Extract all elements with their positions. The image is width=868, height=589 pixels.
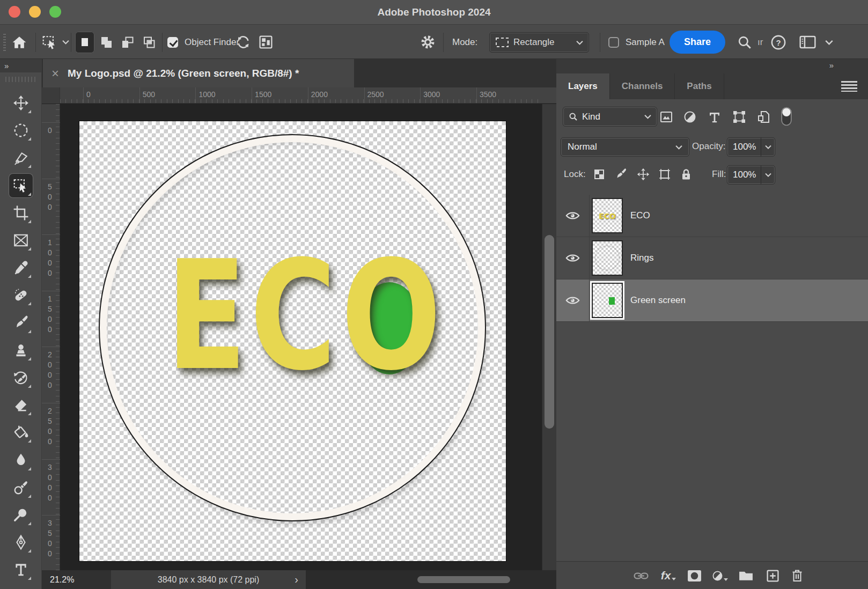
vertical-ruler[interactable]: 0500100015002000250030003500: [42, 104, 60, 570]
lock-pixels-icon[interactable]: [614, 168, 628, 181]
new-selection-button[interactable]: [75, 32, 94, 53]
tool-preset-chevron-icon[interactable]: [62, 40, 69, 45]
options-overflow-chevron-icon[interactable]: [825, 25, 833, 59]
layer-visibility-eye-icon[interactable]: [556, 279, 590, 321]
layer-row[interactable]: ECOECO: [556, 195, 868, 237]
horizontal-scrollbar-thumb[interactable]: [417, 576, 510, 583]
layer-styles-fx-icon[interactable]: fx: [660, 568, 676, 583]
layer-thumbnail[interactable]: [592, 240, 623, 276]
layer-name[interactable]: Green screen: [630, 295, 686, 306]
eraser-tool[interactable]: [9, 393, 33, 417]
fill-field[interactable]: 100%: [727, 165, 775, 185]
layer-visibility-eye-icon[interactable]: [556, 237, 590, 279]
tab-channels[interactable]: Channels: [610, 73, 675, 99]
elliptical-marquee-tool[interactable]: [9, 119, 33, 142]
zoom-level-field[interactable]: 21.2%: [42, 570, 111, 589]
canvas-page[interactable]: ECO: [79, 121, 506, 561]
new-group-icon[interactable]: [738, 568, 754, 583]
document-tab[interactable]: × My Logo.psd @ 21.2% (Green screen, RGB…: [43, 59, 354, 87]
filter-adjustment-layers-icon[interactable]: [683, 110, 697, 124]
link-layers-icon[interactable]: [633, 568, 649, 583]
layer-row[interactable]: Rings: [556, 237, 868, 279]
new-layer-icon[interactable]: [764, 568, 781, 583]
filter-shape-layers-icon[interactable]: [732, 110, 746, 124]
healing-brush-tool[interactable]: [9, 283, 33, 307]
panel-menu-icon[interactable]: [841, 81, 857, 92]
tool-panel: »: [0, 59, 42, 589]
eyedropper-tool[interactable]: [9, 256, 33, 279]
blend-row: Normal Opacity: 100%: [556, 134, 868, 160]
rectangle-mode-icon: [495, 37, 509, 48]
tool-panel-collapse[interactable]: »: [0, 59, 42, 72]
workspace-switcher-icon[interactable]: [799, 25, 816, 59]
vertical-scrollbar-thumb[interactable]: [545, 235, 554, 429]
clone-stamp-tool[interactable]: [9, 338, 33, 362]
filter-pixel-layers-icon[interactable]: [659, 110, 673, 124]
filter-type-layers-icon[interactable]: [708, 110, 722, 124]
status-chevron-icon[interactable]: ›: [295, 570, 298, 589]
subtract-from-selection-button[interactable]: [118, 32, 137, 53]
filter-kind-select[interactable]: Kind: [563, 107, 657, 127]
ruler-origin-corner[interactable]: [42, 87, 60, 104]
horizontal-scrollbar[interactable]: [306, 570, 556, 589]
brush-tool[interactable]: [9, 311, 33, 335]
intersect-selection-button[interactable]: [139, 32, 159, 53]
dock-collapse[interactable]: »: [829, 61, 833, 70]
h-ruler-label: 3000: [423, 90, 440, 99]
layer-thumbnail[interactable]: [592, 283, 623, 318]
layer-name[interactable]: Rings: [630, 253, 653, 263]
layer-visibility-eye-icon[interactable]: [556, 195, 590, 237]
filter-smart-objects-icon[interactable]: [757, 110, 771, 124]
frame-tool[interactable]: [9, 229, 33, 252]
pen-tool[interactable]: [9, 531, 33, 554]
lock-all-icon[interactable]: [680, 168, 693, 181]
filter-toggle-switch[interactable]: [781, 106, 792, 127]
mode-value: Rectangle: [513, 37, 572, 48]
panel-tabs: Layers Channels Paths: [556, 73, 868, 99]
logo-letter: E: [166, 240, 247, 391]
options-bar-drag-handle[interactable]: [3, 34, 6, 51]
burn-tool[interactable]: [9, 503, 33, 527]
tab-layers[interactable]: Layers: [556, 73, 610, 99]
add-to-selection-button[interactable]: [97, 32, 116, 53]
share-button[interactable]: Share: [670, 31, 725, 54]
blur-tool[interactable]: [9, 448, 33, 472]
mode-select[interactable]: Rectangle: [489, 32, 589, 53]
history-brush-tool[interactable]: [9, 366, 33, 389]
opacity-field[interactable]: 100%: [727, 137, 775, 157]
refresh-object-finder-icon[interactable]: [236, 25, 251, 59]
document-info[interactable]: 3840 px x 3840 px (72 ppi) ›: [111, 570, 306, 589]
type-tool[interactable]: [9, 558, 33, 581]
tab-paths[interactable]: Paths: [675, 73, 724, 99]
layer-thumbnail[interactable]: ECO: [592, 198, 623, 233]
add-layer-mask-icon[interactable]: [686, 568, 702, 583]
layer-name[interactable]: ECO: [630, 210, 650, 221]
document-tab-title: My Logo.psd @ 21.2% (Green screen, RGB/8…: [68, 68, 299, 79]
object-selection-tool-icon[interactable]: [42, 34, 58, 50]
home-button[interactable]: [12, 25, 27, 59]
delete-layer-icon[interactable]: [789, 568, 805, 583]
right-dock: » Layers Channels Paths Kind: [556, 59, 868, 589]
object-finder-checkbox[interactable]: [167, 37, 178, 48]
help-icon[interactable]: ?: [770, 25, 786, 59]
sample-all-layers-checkbox[interactable]: [608, 37, 619, 48]
h-ruler-label: 3500: [480, 90, 496, 99]
layer-row[interactable]: Green screen: [556, 279, 868, 322]
vertical-scrollbar[interactable]: [542, 104, 556, 570]
new-adjustment-layer-icon[interactable]: [712, 568, 728, 583]
show-all-objects-icon[interactable]: [259, 25, 273, 59]
lasso-tool[interactable]: [9, 146, 33, 170]
move-tool[interactable]: [9, 91, 33, 115]
lock-transparency-icon[interactable]: [593, 168, 606, 181]
tool-panel-drag-handle[interactable]: [5, 77, 36, 82]
close-tab-icon[interactable]: ×: [43, 66, 68, 81]
search-icon[interactable]: [737, 25, 752, 59]
lock-artboard-icon[interactable]: [658, 168, 672, 181]
crop-tool[interactable]: [9, 201, 33, 225]
paint-bucket-tool[interactable]: [9, 421, 33, 444]
object-selection-tool[interactable]: [9, 174, 33, 197]
lock-position-icon[interactable]: [637, 168, 650, 181]
horizontal-ruler[interactable]: 0500100015002000250030003500: [42, 87, 556, 104]
blend-mode-select[interactable]: Normal: [561, 137, 689, 157]
dodge-tool[interactable]: [9, 476, 33, 499]
